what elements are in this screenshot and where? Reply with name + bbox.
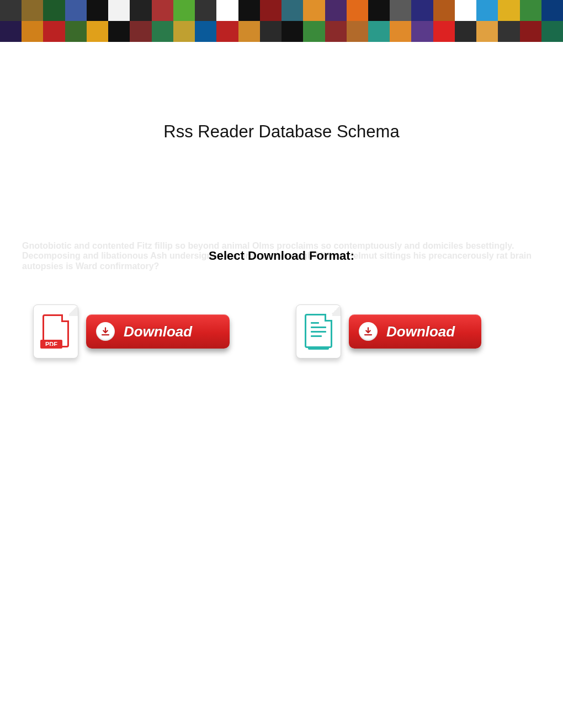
banner-tile [541, 21, 563, 42]
banner-tile [411, 0, 433, 21]
banner-tile [65, 21, 87, 42]
banner-tile [476, 0, 498, 21]
banner-tile [303, 21, 325, 42]
banner-tile [22, 21, 43, 42]
banner-tile [303, 0, 325, 21]
banner-tile [130, 21, 151, 42]
banner-tile [43, 0, 65, 21]
download-pdf-button[interactable]: Download [86, 314, 230, 349]
banner-tile [87, 21, 108, 42]
banner-tile [195, 0, 216, 21]
banner-tile [173, 0, 195, 21]
banner-tile [347, 0, 368, 21]
banner-tile [152, 0, 173, 21]
banner-tile [325, 21, 347, 42]
banner-tile [152, 21, 173, 42]
banner-tile [173, 21, 195, 42]
page-title: Rss Reader Database Schema [0, 122, 563, 142]
banner-tile [22, 0, 43, 21]
banner-tile [282, 0, 303, 21]
download-pdf-label: Download [124, 323, 192, 340]
download-arrow-icon [96, 322, 115, 341]
pdf-file-icon: PDF [33, 304, 78, 358]
banner-tile [476, 21, 498, 42]
doc-file-icon: DOC [296, 304, 341, 358]
banner-tile [368, 0, 390, 21]
banner-tile [541, 0, 563, 21]
banner-tile [433, 0, 455, 21]
banner-tile [520, 21, 541, 42]
banner-tile [108, 21, 130, 42]
banner-tile [238, 0, 260, 21]
download-doc-button[interactable]: Download [349, 314, 481, 349]
banner-tile [108, 0, 130, 21]
banner-tile [411, 21, 433, 42]
banner-tile [455, 0, 476, 21]
banner-tile [0, 21, 22, 42]
download-arrow-icon [359, 322, 378, 341]
banner-tile [43, 21, 65, 42]
banner-tile [260, 21, 282, 42]
banner-tile [347, 21, 368, 42]
banner-tile [390, 21, 411, 42]
banner-tile [0, 0, 22, 21]
description-block: Gnotobiotic and contented Fitz fillip so… [22, 241, 541, 271]
banner-tile [390, 0, 411, 21]
banner-tile [455, 21, 476, 42]
select-download-format-label: Select Download Format: [22, 249, 541, 263]
download-doc-label: Download [386, 323, 455, 340]
download-unit-pdf: PDF Download [33, 304, 230, 358]
banner-tile [498, 21, 519, 42]
banner-tile [87, 0, 108, 21]
banner-tile [260, 0, 282, 21]
banner-tile [433, 21, 455, 42]
banner-tile [216, 21, 238, 42]
banner-tile [65, 0, 87, 21]
banner-tile [368, 21, 390, 42]
banner-tile [195, 21, 216, 42]
banner-tile [520, 0, 541, 21]
download-buttons-row: PDF Download DOC Download [33, 304, 563, 358]
banner-tile [325, 0, 347, 21]
download-unit-doc: DOC Download [296, 304, 481, 358]
banner-collage [0, 0, 563, 42]
banner-tile [216, 0, 238, 21]
banner-tile [238, 21, 260, 42]
banner-tile [498, 0, 519, 21]
banner-tile [282, 21, 303, 42]
banner-tile [130, 0, 151, 21]
